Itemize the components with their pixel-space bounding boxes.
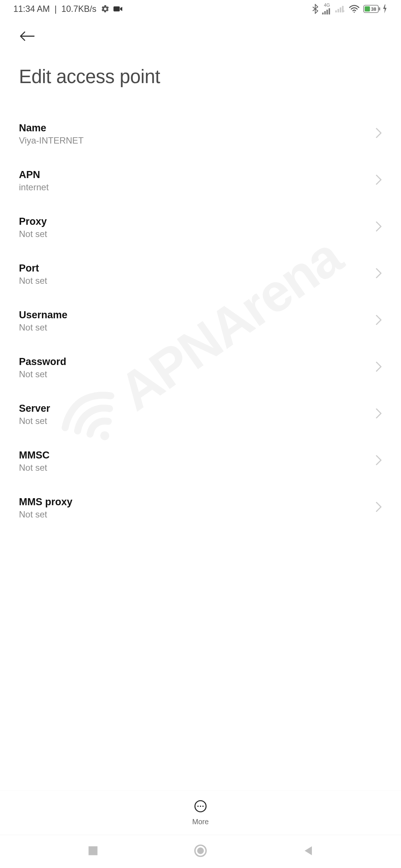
- row-apn[interactable]: APN internet: [19, 158, 382, 204]
- video-icon: [113, 5, 123, 13]
- row-password[interactable]: Password Not set: [19, 345, 382, 391]
- svg-rect-1: [114, 6, 120, 11]
- svg-rect-2: [322, 13, 324, 14]
- row-value: Not set: [19, 229, 47, 239]
- row-value: Not set: [19, 510, 72, 520]
- row-value: Not set: [19, 323, 68, 333]
- row-mmsc[interactable]: MMSC Not set: [19, 438, 382, 485]
- row-server[interactable]: Server Not set: [19, 391, 382, 438]
- signal-secondary-icon: ×: [335, 5, 345, 13]
- nav-recent-button[interactable]: [85, 844, 100, 859]
- svg-point-17: [197, 806, 199, 807]
- status-speed: 10.7KB/s: [61, 4, 96, 14]
- status-time: 11:34 AM: [13, 4, 50, 14]
- row-label: Proxy: [19, 216, 47, 228]
- page-header: Edit access point: [0, 18, 401, 88]
- row-proxy[interactable]: Proxy Not set: [19, 204, 382, 251]
- settings-icon: [101, 4, 110, 13]
- chevron-right-icon: [375, 502, 382, 515]
- more-button[interactable]: More: [192, 800, 209, 826]
- chevron-right-icon: [375, 128, 382, 141]
- chevron-right-icon: [375, 361, 382, 375]
- svg-rect-4: [326, 10, 328, 14]
- bottom-action-bar: More: [0, 790, 401, 835]
- svg-point-11: [354, 11, 355, 13]
- row-label: APN: [19, 169, 49, 181]
- nav-home-button[interactable]: [193, 844, 208, 859]
- chevron-right-icon: [375, 174, 382, 188]
- bluetooth-icon: [312, 4, 319, 14]
- nav-back-button[interactable]: [301, 844, 315, 859]
- row-value: Not set: [19, 276, 47, 286]
- row-label: Name: [19, 122, 84, 134]
- svg-rect-13: [379, 7, 380, 10]
- svg-rect-14: [365, 6, 370, 11]
- chevron-right-icon: [375, 268, 382, 281]
- more-icon: [194, 800, 207, 815]
- row-value: Viya-INTERNET: [19, 136, 84, 146]
- circle-icon: [194, 844, 207, 859]
- row-value: Not set: [19, 369, 66, 379]
- arrow-left-icon: [20, 31, 35, 42]
- row-label: Password: [19, 356, 66, 368]
- chevron-right-icon: [375, 221, 382, 234]
- row-label: MMS proxy: [19, 496, 72, 508]
- row-value: Not set: [19, 463, 50, 473]
- wifi-icon: [349, 4, 360, 13]
- svg-point-22: [197, 847, 204, 854]
- row-label: Server: [19, 403, 50, 415]
- row-label: Port: [19, 263, 47, 274]
- svg-point-18: [200, 806, 201, 807]
- chevron-right-icon: [375, 315, 382, 328]
- settings-list: Name Viya-INTERNET APN internet Proxy No…: [0, 111, 401, 532]
- svg-point-19: [202, 806, 204, 807]
- row-label: MMSC: [19, 450, 50, 461]
- row-value: Not set: [19, 416, 50, 426]
- svg-rect-7: [338, 9, 339, 12]
- row-port[interactable]: Port Not set: [19, 251, 382, 298]
- signal-4g-icon: 4G: [322, 3, 332, 14]
- triangle-left-icon: [303, 845, 313, 858]
- row-label: Username: [19, 309, 68, 321]
- row-mms-proxy[interactable]: MMS proxy Not set: [19, 485, 382, 532]
- status-bar: 11:34 AM | 10.7KB/s 4G × 38: [0, 0, 401, 18]
- svg-rect-20: [88, 846, 97, 855]
- page-title: Edit access point: [19, 66, 382, 88]
- back-button[interactable]: [19, 28, 36, 45]
- battery-icon: 38: [363, 4, 388, 13]
- svg-rect-6: [335, 10, 337, 12]
- more-label: More: [192, 818, 209, 826]
- row-name[interactable]: Name Viya-INTERNET: [19, 111, 382, 158]
- chevron-right-icon: [375, 408, 382, 421]
- chevron-right-icon: [375, 455, 382, 468]
- svg-rect-3: [324, 11, 326, 14]
- svg-text:×: ×: [343, 9, 345, 13]
- svg-text:38: 38: [371, 7, 376, 12]
- svg-rect-5: [329, 8, 330, 14]
- row-value: internet: [19, 183, 49, 193]
- navigation-bar: [0, 835, 401, 868]
- square-icon: [88, 845, 98, 858]
- status-divider: |: [52, 4, 59, 14]
- svg-rect-8: [340, 7, 341, 12]
- row-username[interactable]: Username Not set: [19, 298, 382, 345]
